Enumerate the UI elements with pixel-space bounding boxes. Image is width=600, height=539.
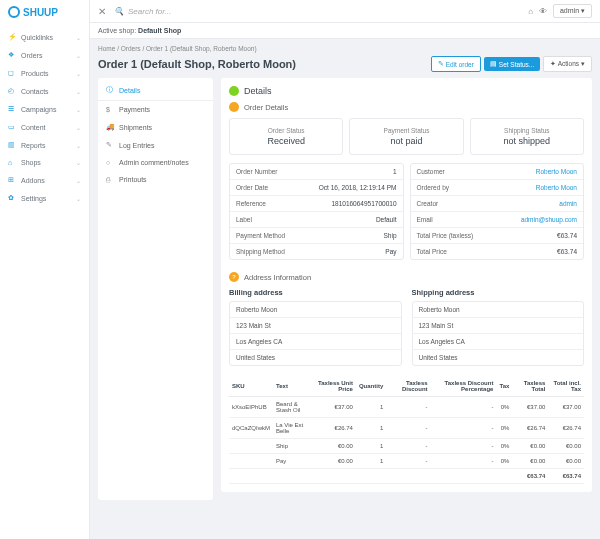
sidebar-item-quicklinks[interactable]: ⚡ Quicklinks ⌄ — [0, 28, 89, 46]
edit-order-button[interactable]: ✎ Edit order — [431, 56, 481, 72]
info-value: Pay — [385, 248, 396, 255]
tab-label: Details — [119, 87, 140, 94]
info-key: Email — [417, 216, 521, 223]
detail-tabs: ⓘ Details $ Payments 🚚 Shipments ✎ Log E… — [98, 78, 213, 500]
chevron-down-icon: ⌄ — [76, 159, 81, 166]
orders-icon: ❖ — [8, 51, 16, 59]
sidebar-item-reports[interactable]: ▥ Reports ⌄ — [0, 136, 89, 154]
line-items-table: SKUTextTaxless Unit PriceQuantityTaxless… — [229, 376, 584, 484]
info-key: Label — [236, 216, 376, 223]
sidebar-item-label: Reports — [21, 142, 46, 149]
tab-label: Admin comment/notes — [119, 159, 189, 166]
tab-label: Printouts — [119, 176, 147, 183]
info-value[interactable]: admin — [559, 200, 577, 207]
search-input[interactable]: 🔍 Search for... — [114, 7, 528, 16]
breadcrumb[interactable]: Home / Orders / Order 1 (Default Shop, R… — [98, 45, 592, 52]
products-icon: ◻ — [8, 69, 16, 77]
shops-icon: ⌂ — [8, 159, 16, 166]
info-value[interactable]: Roberto Moon — [536, 184, 577, 191]
info-row: Total Price €63.74 — [411, 244, 584, 259]
tab-details[interactable]: ⓘ Details — [98, 80, 213, 101]
billing-address-title: Billing address — [229, 288, 402, 297]
table-total-row: €63.74€63.74 — [229, 469, 584, 484]
info-key: Reference — [236, 200, 331, 207]
address-line: 123 Main St — [230, 318, 401, 334]
info-row: Ordered by Roberto Moon — [411, 180, 584, 196]
sidebar-item-orders[interactable]: ❖ Orders ⌄ — [0, 46, 89, 64]
sidebar-item-settings[interactable]: ✿ Settings ⌄ — [0, 189, 89, 207]
chevron-down-icon: ⌄ — [76, 142, 81, 149]
tab-payments[interactable]: $ Payments — [98, 101, 213, 118]
set-status-button[interactable]: ▤ Set Status... — [484, 57, 540, 71]
tab-shipments[interactable]: 🚚 Shipments — [98, 118, 213, 136]
tab-label: Payments — [119, 106, 150, 113]
status-value: not paid — [390, 136, 422, 146]
address-line: United States — [230, 350, 401, 365]
sidebar-item-contacts[interactable]: ◴ Contacts ⌄ — [0, 82, 89, 100]
info-key: Ordered by — [417, 184, 536, 191]
info-key: Total Price — [417, 248, 558, 255]
eye-icon[interactable]: 👁 — [539, 7, 547, 16]
status-value: Received — [267, 136, 305, 146]
sidebar-item-label: Addons — [21, 177, 45, 184]
chevron-down-icon: ⌄ — [76, 106, 81, 113]
shipping-address-title: Shipping address — [412, 288, 585, 297]
info-value[interactable]: Roberto Moon — [536, 168, 577, 175]
info-value: 181016064951700010 — [331, 200, 396, 207]
info-row: Email admin@shuup.com — [411, 212, 584, 228]
info-key: Customer — [417, 168, 536, 175]
address-line: Los Angeles CA — [413, 334, 584, 350]
search-placeholder: Search for... — [128, 7, 171, 16]
info-value: €63.74 — [557, 248, 577, 255]
quicklinks-icon: ⚡ — [8, 33, 16, 41]
close-icon[interactable]: ✕ — [98, 6, 106, 17]
chevron-down-icon: ⌄ — [76, 177, 81, 184]
info-key: Order Number — [236, 168, 393, 175]
home-icon[interactable]: ⌂ — [528, 7, 533, 16]
topbar: ✕ 🔍 Search for... ⌂ 👁 admin ▾ — [90, 0, 600, 23]
info-value: Oct 16, 2018, 12:19:14 PM — [319, 184, 397, 191]
sidebar-item-shops[interactable]: ⌂ Shops ⌄ — [0, 154, 89, 171]
actions-menu[interactable]: ✦ Actions ▾ — [543, 56, 592, 72]
info-value[interactable]: admin@shuup.com — [521, 216, 577, 223]
sidebar-item-campaigns[interactable]: ☰ Campaigns ⌄ — [0, 100, 89, 118]
sidebar-item-content[interactable]: ▭ Content ⌄ — [0, 118, 89, 136]
info-row: Label Default — [230, 212, 403, 228]
sidebar-item-label: Settings — [21, 195, 46, 202]
status-label: Payment Status — [354, 127, 458, 134]
sidebar-item-label: Orders — [21, 52, 42, 59]
brand-logo[interactable]: SHUUP — [0, 0, 89, 24]
chevron-down-icon: ⌄ — [76, 124, 81, 131]
tab-printouts[interactable]: ⎙ Printouts — [98, 171, 213, 188]
page-title: Order 1 (Default Shop, Roberto Moon) — [98, 58, 428, 70]
table-row: Pay€0.001 --0%€0.00€0.00 — [229, 454, 584, 469]
admin-menu[interactable]: admin ▾ — [553, 4, 592, 18]
tab-log-entries[interactable]: ✎ Log Entries — [98, 136, 213, 154]
sidebar-item-products[interactable]: ◻ Products ⌄ — [0, 64, 89, 82]
sidebar-item-label: Products — [21, 70, 49, 77]
status-box: Order Status Received — [229, 118, 343, 155]
details-card: Details Order Details Order Status Recei… — [221, 78, 592, 492]
campaigns-icon: ☰ — [8, 105, 16, 113]
col-header: Taxless Discount — [386, 376, 430, 397]
tab-icon: $ — [106, 106, 114, 113]
tab-icon: ○ — [106, 159, 114, 166]
sidebar-item-label: Campaigns — [21, 106, 56, 113]
status-label: Order Status — [234, 127, 338, 134]
info-row: Payment Method Ship — [230, 228, 403, 244]
info-value: Ship — [383, 232, 396, 239]
col-header: Total incl. Tax — [548, 376, 584, 397]
chevron-down-icon: ⌄ — [76, 70, 81, 77]
active-shop-bar: Active shop: Default Shop — [90, 23, 600, 39]
status-label: Shipping Status — [475, 127, 579, 134]
info-row: Customer Roberto Moon — [411, 164, 584, 180]
sidebar-item-addons[interactable]: ⊞ Addons ⌄ — [0, 171, 89, 189]
details-dot-icon — [229, 86, 239, 96]
tab-admin-comment-notes[interactable]: ○ Admin comment/notes — [98, 154, 213, 171]
content-icon: ▭ — [8, 123, 16, 131]
address-line: Roberto Moon — [230, 302, 401, 318]
status-value: not shipped — [504, 136, 551, 146]
table-row: Ship€0.001 --0%€0.00€0.00 — [229, 439, 584, 454]
tab-icon: 🚚 — [106, 123, 114, 131]
address-line: Roberto Moon — [413, 302, 584, 318]
